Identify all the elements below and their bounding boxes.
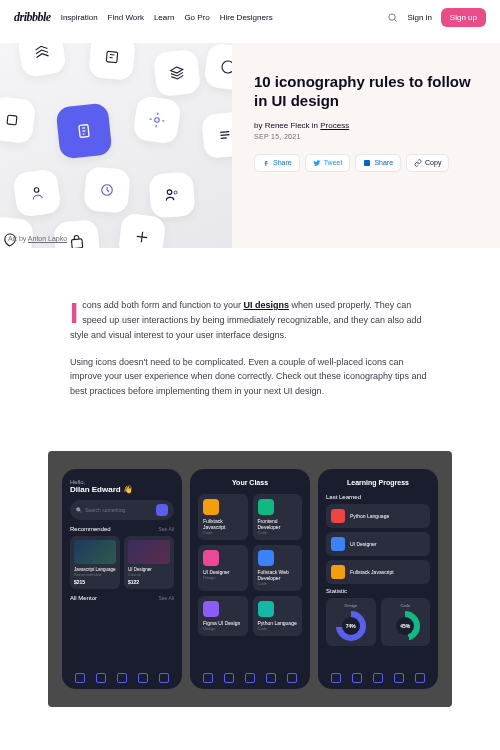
icon-tile	[53, 219, 101, 248]
svg-point-7	[34, 187, 39, 192]
icon-tile	[117, 212, 166, 248]
author-name: Renee Fleck	[265, 121, 310, 130]
hero-illustration: Art by Anton Lapko	[0, 43, 232, 248]
byline: by Renee Fleck in Process	[254, 121, 482, 130]
copy-link-button[interactable]: Copy	[406, 154, 449, 172]
share-twitter-button[interactable]: Tweet	[305, 154, 351, 172]
class-card: Fullstack JavascriptCode	[198, 494, 248, 540]
see-all: See All	[158, 526, 174, 532]
dropcap: I	[70, 300, 78, 326]
screen-title: Learning Progress	[326, 479, 430, 486]
class-card: UI DesignerDesign	[198, 545, 248, 591]
svg-point-3	[221, 60, 232, 74]
icon-tile	[0, 216, 34, 248]
phone-mockup-2: Your Class Fullstack JavascriptCode Fron…	[190, 469, 310, 689]
icon-tile	[153, 49, 201, 97]
class-card: Frontend DeveloperCode	[253, 494, 303, 540]
phone-mockup-3: Learning Progress Last Learned Python La…	[318, 469, 438, 689]
stat-chart: Design74%	[326, 598, 376, 646]
icon-tile	[132, 95, 182, 145]
list-item: UI Designer	[326, 532, 430, 556]
paragraph: Using icons doesn't need to be complicat…	[70, 355, 430, 400]
hero-meta: 10 iconography rules to follow in UI des…	[232, 43, 500, 248]
share-linkedin-button[interactable]: Share	[355, 154, 401, 172]
icon-tile	[88, 43, 136, 81]
icon-tile	[12, 168, 62, 218]
bottom-nav	[70, 673, 174, 683]
svg-point-10	[174, 191, 177, 194]
user-name: Dilan Edward 👋	[70, 485, 174, 494]
svg-point-6	[154, 117, 159, 122]
svg-point-0	[389, 14, 395, 20]
icon-tile	[149, 172, 196, 219]
class-card: Python LanguageCode	[253, 596, 303, 636]
site-header: dribbble Inspiration Find Work Learn Go …	[0, 0, 500, 35]
ui-designs-link[interactable]: UI designs	[243, 300, 289, 310]
search-icon[interactable]	[387, 12, 398, 23]
nav-inspiration[interactable]: Inspiration	[61, 13, 98, 22]
section-heading: Recommended	[70, 526, 111, 532]
main-nav: Inspiration Find Work Learn Go Pro Hire …	[61, 13, 378, 22]
section-heading: Last Learned	[326, 494, 361, 500]
icon-tile-hero	[55, 102, 112, 159]
class-card: Fullstack Web DeveloperCode	[253, 545, 303, 591]
logo[interactable]: dribbble	[14, 10, 51, 25]
class-card: Figma UI DesignDesign	[198, 596, 248, 636]
category-link[interactable]: Process	[320, 121, 349, 130]
hero-section: Art by Anton Lapko 10 iconography rules …	[0, 43, 500, 248]
phones-showcase: Hello, Dilan Edward 👋 🔍Search something …	[48, 451, 452, 707]
svg-rect-2	[106, 51, 117, 62]
stat-chart: Code45%	[381, 598, 431, 646]
art-credit: Art by Anton Lapko	[8, 235, 67, 242]
nav-learn[interactable]: Learn	[154, 13, 174, 22]
signup-button[interactable]: Sign up	[441, 8, 486, 27]
svg-rect-11	[71, 239, 82, 248]
publish-date: SEP 15, 2021	[254, 133, 482, 140]
screen-title: Your Class	[198, 479, 302, 486]
article-title: 10 iconography rules to follow in UI des…	[254, 73, 482, 111]
course-card: UI DesignerCourse$122	[124, 536, 174, 589]
bottom-nav	[326, 673, 430, 683]
signin-link[interactable]: Sign in	[407, 13, 431, 22]
svg-rect-12	[364, 160, 370, 166]
icon-tile	[17, 43, 67, 78]
icon-tile	[0, 96, 36, 144]
svg-rect-4	[7, 115, 17, 125]
nav-find-work[interactable]: Find Work	[108, 13, 144, 22]
icon-tile	[203, 43, 232, 92]
article-body: Icons add both form and function to your…	[0, 248, 500, 431]
phone-mockup-1: Hello, Dilan Edward 👋 🔍Search something …	[62, 469, 182, 689]
section-heading: All Mentor	[70, 595, 97, 601]
artist-link[interactable]: Anton Lapko	[28, 235, 67, 242]
svg-line-1	[395, 19, 397, 21]
icon-tile	[83, 166, 131, 214]
search-bar: 🔍Search something	[70, 500, 174, 520]
course-card: Javascript LanguageRecommended$215	[70, 536, 120, 589]
header-actions: Sign in Sign up	[387, 8, 486, 27]
share-facebook-button[interactable]: Share	[254, 154, 300, 172]
bottom-nav	[198, 673, 302, 683]
nav-hire-designers[interactable]: Hire Designers	[220, 13, 273, 22]
nav-go-pro[interactable]: Go Pro	[184, 13, 209, 22]
icon-tile	[201, 111, 232, 159]
section-heading: Statistic	[326, 588, 347, 594]
paragraph: Icons add both form and function to your…	[70, 298, 430, 343]
list-item: Python Language	[326, 504, 430, 528]
list-item: Fullstack Javascript	[326, 560, 430, 584]
svg-point-9	[167, 190, 172, 195]
share-row: Share Tweet Share Copy	[254, 154, 482, 172]
